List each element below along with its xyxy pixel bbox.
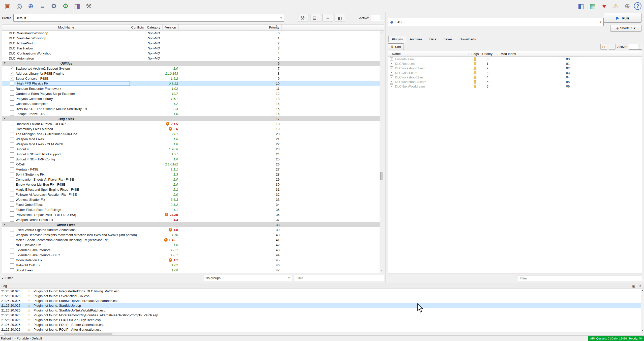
endorse-heart-icon[interactable]: ♥ xyxy=(599,1,609,11)
mod-enabled-checkbox[interactable] xyxy=(10,122,14,126)
tab-archives[interactable]: Archives xyxy=(406,36,426,42)
log-entry[interactable]: 21:26:20.026⚠Plugin not found: MoreDiamo… xyxy=(0,313,644,318)
mod-row[interactable]: Community Fixes Merged*2.619 xyxy=(2,126,380,131)
mod-enabled-checkbox[interactable]: ✓ xyxy=(10,77,14,80)
mod-enabled-checkbox[interactable] xyxy=(10,107,14,111)
mod-row[interactable]: Weapon Behavior Ironsights movement dire… xyxy=(2,232,380,237)
mod-row[interactable]: Magic Effect and Spell Engine Fixes - F4… xyxy=(2,187,380,192)
tab-data[interactable]: Data xyxy=(426,36,440,42)
filter-expander-icon[interactable]: ▸ xyxy=(2,276,4,280)
spinner-arrows-icon[interactable]: ▴▾ xyxy=(380,15,384,20)
install-mod-icon[interactable]: ▣ xyxy=(3,1,13,11)
plugin-row[interactable]: ✓Fallout4.esm000 xyxy=(388,57,642,61)
mod-enabled-checkbox[interactable] xyxy=(10,87,14,91)
mod-row[interactable]: Unofficial Fallout 4 Patch - UFO4P*2.1.5… xyxy=(2,121,380,126)
mod-row[interactable]: RAW INPUT - The Ultimate Mouse Sensitivi… xyxy=(2,106,380,111)
mod-enabled-checkbox[interactable] xyxy=(10,102,14,106)
folders-menu-button[interactable]: ⊟▾ xyxy=(310,14,321,22)
plugin-enabled-checkbox[interactable]: ✓ xyxy=(390,84,393,88)
mod-row[interactable]: Wetness Shader Fix3.6.333 xyxy=(2,197,380,202)
plugin-filter-input[interactable] xyxy=(518,275,642,281)
world-icon[interactable]: ⊕ xyxy=(622,1,632,11)
mod-enabled-checkbox[interactable] xyxy=(10,198,14,202)
mod-enabled-checkbox[interactable] xyxy=(10,142,14,146)
log-vertical-scrollbar[interactable]: ▲ ▼ xyxy=(641,289,644,332)
overwrite-grid-icon[interactable]: ▦ xyxy=(588,1,598,11)
tab-saves[interactable]: Saves xyxy=(440,36,456,42)
plugin-row[interactable]: ✓DLCRobot.esm101 xyxy=(388,61,642,66)
mod-row[interactable]: DLC: Nuka-WorldNon-MO2 xyxy=(2,41,380,46)
plugins-puzzle-icon[interactable]: ◧ xyxy=(576,1,586,11)
mod-row[interactable]: The Midnight Ride - Glitchfinder All-In-… xyxy=(2,131,380,136)
mod-row[interactable]: Weapon Mod Fixes1.621 xyxy=(2,136,380,141)
shortcut-button[interactable]: ◈ Shortcut ▾ xyxy=(610,25,641,32)
mod-row[interactable]: X-Cell2.1-b18226 xyxy=(2,162,380,167)
column-header-mod-name[interactable]: Mod Name xyxy=(2,24,130,30)
mod-enabled-checkbox[interactable] xyxy=(10,137,14,141)
plugin-row[interactable]: ✓DLCCoast.esm303 xyxy=(388,70,642,75)
mod-enabled-checkbox[interactable] xyxy=(10,183,14,186)
scroll-up-icon[interactable]: ▲ xyxy=(380,31,384,35)
restore-plugins-button[interactable]: ⊞ xyxy=(609,44,616,50)
mod-row[interactable]: DLC: AutomatronNon-MO5 xyxy=(2,56,380,61)
mod-row[interactable]: Extended Fake Interiors1.8.143 xyxy=(2,247,380,252)
log-entry[interactable]: 21:26:20.026⚠Plugin not found: StartMeUp… xyxy=(0,308,644,313)
help-icon[interactable]: ? xyxy=(634,2,641,10)
column-header-mod-index[interactable]: Mod Index xyxy=(494,51,642,56)
mod-row[interactable]: ✓Better Console - F4SE1.6.29 xyxy=(2,76,380,81)
mod-row[interactable]: Weapon Mod Fixes - CFM Patch1.022 xyxy=(2,141,380,147)
mod-row[interactable]: DLC: Vault-Tec WorkshopNon-MO1 xyxy=(2,36,380,41)
mod-enabled-checkbox[interactable] xyxy=(10,97,14,101)
mod-enabled-checkbox[interactable] xyxy=(10,167,14,171)
column-header-priority[interactable]: ▴Priority xyxy=(179,24,282,30)
mod-separator-row[interactable]: ▾Minor Fixes38 xyxy=(2,222,380,227)
mod-row[interactable]: Buffout 4 NG with PDB support1.3724 xyxy=(2,152,380,157)
log-entry[interactable]: 21:26:20.026⚠Plugin not found: StartMeUp… xyxy=(0,298,644,303)
plugin-row[interactable]: ✓DLCworkshop02.esm404 xyxy=(388,75,642,79)
mod-enabled-checkbox[interactable] xyxy=(10,243,14,247)
scroll-down-icon[interactable]: ▼ xyxy=(642,330,643,332)
executables-gear-icon[interactable]: ⚙ xyxy=(60,1,71,11)
log-entry[interactable]: 21:26:20.026⚠Plugin not found: FOLIP - B… xyxy=(0,322,644,327)
tools-icon[interactable]: ⚒ xyxy=(84,1,94,11)
mod-row[interactable]: Buffout 41.28.623 xyxy=(2,147,380,152)
mod-enabled-checkbox[interactable] xyxy=(10,263,14,267)
mod-row[interactable]: ✓Address Library for F4SE Plugins1.10.16… xyxy=(2,71,380,76)
mod-row[interactable]: Random Encounter Framework1.0211 xyxy=(2,86,380,91)
mod-row[interactable]: Blood Fixes1.0047 xyxy=(2,268,380,273)
mod-enabled-checkbox[interactable] xyxy=(10,162,14,166)
mod-enabled-checkbox[interactable] xyxy=(10,248,14,252)
log-entry[interactable]: 21:26:20.026⚠Plugin not found: FOLIP - A… xyxy=(0,327,644,332)
tab-downloads[interactable]: Downloads xyxy=(456,36,479,42)
mod-enabled-checkbox[interactable] xyxy=(10,238,14,242)
mod-enabled-checkbox[interactable] xyxy=(10,218,14,222)
mod-row[interactable]: Flutter Flicker Fixer For Foliage1.135 xyxy=(2,207,380,212)
active-plugins-counter[interactable]: ▴▾ xyxy=(629,44,642,50)
mod-enabled-checkbox[interactable] xyxy=(10,82,14,86)
column-header-version[interactable]: Version xyxy=(163,24,179,30)
mod-enabled-checkbox[interactable] xyxy=(10,157,14,161)
collapse-chevron-icon[interactable]: ▾ xyxy=(4,117,6,120)
mod-row[interactable]: Moon Rotation Fix*1.145 xyxy=(2,258,380,263)
mod-row[interactable]: Buffout 4 NG - TMR Config1.025 xyxy=(2,157,380,162)
mod-row[interactable]: DLC: Far HarborNon-MO3 xyxy=(2,46,380,51)
mod-row[interactable]: Companion Shoots At Player Fix - F4SE2.0… xyxy=(2,177,380,182)
mod-enabled-checkbox[interactable] xyxy=(10,152,14,156)
mod-enabled-checkbox[interactable] xyxy=(10,173,14,176)
mod-row[interactable]: Console Autocomplete1.214 xyxy=(2,101,380,106)
settings-gear-icon[interactable]: ⚙ xyxy=(49,1,59,11)
mod-row[interactable]: Melee Sneak Locomotion Animation Blendin… xyxy=(2,237,380,242)
mod-row[interactable]: Garden of Eden Papyrus Script Extender19… xyxy=(2,91,380,96)
scrollbar-thumb[interactable] xyxy=(380,172,383,180)
mod-row[interactable]: NPC Drinking Fix1.042 xyxy=(2,242,380,247)
column-header-conflicts[interactable]: Conflicts xyxy=(130,24,145,30)
log-entry[interactable]: 21:26:20.026⚠Plugin not found: LeverActi… xyxy=(0,294,644,298)
mod-row[interactable]: Papyrus Common Library1.6.113 xyxy=(2,96,380,101)
plugin-enabled-checkbox[interactable]: ✓ xyxy=(390,75,393,79)
column-header-name[interactable]: Name xyxy=(388,51,469,56)
scrollbar-thumb[interactable] xyxy=(4,333,112,335)
log-entry[interactable]: 21:26:20.026⚠Plugin not found: FO4LODGen… xyxy=(0,318,644,322)
undock-icon[interactable]: ▣ xyxy=(631,284,636,288)
mod-row[interactable]: DLC: Wasteland WorkshopNon-MO0 xyxy=(2,31,380,36)
mod-row[interactable]: ✓Backported Archive2 Support System1.07 xyxy=(2,66,380,71)
